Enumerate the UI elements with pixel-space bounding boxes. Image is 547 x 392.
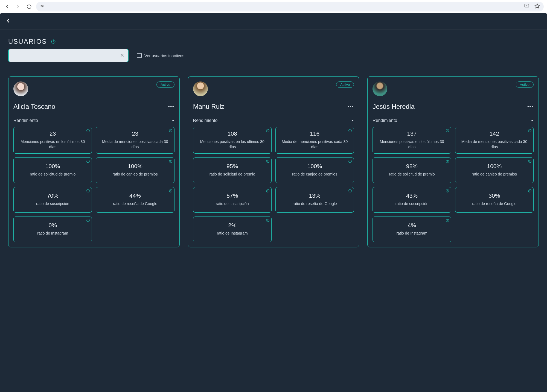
- metric-value: 100%: [16, 163, 89, 169]
- browser-forward-button[interactable]: [14, 3, 22, 10]
- show-inactive-label: Ver usuarios inactivos: [144, 53, 184, 58]
- metric-value: 95%: [196, 163, 269, 169]
- svg-point-23: [170, 160, 171, 161]
- metric-label: ratio de solicitud de premio: [376, 172, 448, 177]
- section-label: Rendimiento: [193, 118, 218, 123]
- metric-label: ratio de reseña de Google: [458, 201, 531, 206]
- svg-point-0: [41, 5, 42, 6]
- show-inactive-checkbox[interactable]: Ver usuarios inactivos: [137, 53, 184, 58]
- bookmark-star-icon[interactable]: [534, 3, 540, 10]
- user-name: Jesús Heredia: [373, 103, 414, 110]
- metric-avg_pos_mentions_30: 142 Media de menciones positivas cada 30…: [455, 127, 534, 154]
- user-name: Manu Ruiz: [193, 103, 225, 110]
- svg-point-74: [447, 220, 447, 220]
- user-name: Alicia Toscano: [13, 103, 55, 110]
- user-avatar[interactable]: [193, 81, 208, 96]
- metric-label: ratio de solicitud de premio: [16, 172, 89, 177]
- metric-prize_redeem_ratio: 100% ratio de canjeo de premios: [455, 157, 534, 183]
- metric-pos_mentions_30: 23 Menciones positivas en los últimos 30…: [13, 127, 92, 154]
- user-card: Activo Jesús Heredia ••• Rendimiento 137…: [367, 76, 539, 247]
- svg-point-20: [88, 160, 88, 161]
- browser-reload-button[interactable]: [25, 3, 33, 10]
- metric-value: 98%: [376, 163, 448, 169]
- checkbox-icon: [137, 53, 142, 58]
- metric-value: 116: [278, 130, 351, 137]
- svg-point-59: [529, 130, 530, 130]
- svg-point-11: [53, 40, 54, 41]
- section-dropdown[interactable]: Rendimiento: [13, 118, 174, 123]
- metric-prize_request_ratio: 98% ratio de solicitud de premio: [373, 157, 451, 183]
- metric-label: ratio de reseña de Google: [99, 201, 171, 206]
- user-card: Activo Alicia Toscano ••• Rendimiento 23…: [8, 76, 180, 247]
- metric-label: ratio de suscripción: [376, 201, 448, 206]
- metric-subscription_ratio: 70% ratio de suscripción: [13, 187, 92, 213]
- site-settings-icon[interactable]: [40, 4, 44, 9]
- metric-value: 23: [99, 130, 171, 137]
- user-avatar[interactable]: [373, 81, 387, 96]
- svg-point-35: [267, 130, 268, 130]
- svg-point-65: [529, 160, 530, 161]
- svg-point-44: [350, 160, 350, 161]
- clear-search-icon[interactable]: ✕: [120, 52, 124, 58]
- browser-back-button[interactable]: [3, 3, 11, 10]
- metric-value: 142: [458, 130, 531, 137]
- metric-google_review_ratio: 44% ratio de reseña de Google: [96, 187, 174, 213]
- metric-label: ratio de reseña de Google: [278, 201, 351, 206]
- metric-avg_pos_mentions_30: 116 Media de menciones positivas cada 30…: [275, 127, 354, 154]
- metric-value: 100%: [99, 163, 171, 169]
- svg-point-41: [267, 160, 268, 161]
- status-badge: Activo: [516, 81, 534, 88]
- section-dropdown[interactable]: Rendimiento: [373, 118, 534, 123]
- metric-label: Menciones positivas en los últimos 30 dí…: [16, 139, 89, 150]
- section-label: Rendimiento: [373, 118, 397, 123]
- svg-point-53: [267, 220, 268, 220]
- metric-pos_mentions_30: 108 Menciones positivas en los últimos 3…: [193, 127, 272, 154]
- info-icon[interactable]: [51, 39, 56, 44]
- app-viewport: USUARIOS ✕ Ver usuarios inactivos Activo…: [0, 13, 547, 392]
- metric-value: 30%: [458, 192, 531, 199]
- user-avatar[interactable]: [13, 81, 28, 96]
- metric-prize_redeem_ratio: 100% ratio de canjeo de premios: [275, 157, 354, 183]
- svg-point-14: [88, 130, 88, 130]
- metric-value: 108: [196, 130, 269, 137]
- metric-label: ratio de suscripción: [16, 201, 89, 206]
- metric-value: 137: [376, 130, 448, 137]
- browser-url-bar[interactable]: [36, 2, 544, 11]
- metric-value: 100%: [278, 163, 351, 169]
- svg-point-56: [447, 130, 447, 130]
- metric-instagram_ratio: 2% ratio de Instagram: [193, 217, 272, 242]
- svg-point-71: [529, 190, 530, 190]
- svg-point-38: [350, 130, 350, 130]
- metric-instagram_ratio: 4% ratio de Instagram: [373, 217, 451, 242]
- section-dropdown[interactable]: Rendimiento: [193, 118, 354, 123]
- metric-label: Menciones positivas en los últimos 30 dí…: [196, 139, 269, 150]
- app-back-button[interactable]: [5, 17, 11, 25]
- metric-value: 23: [16, 130, 89, 137]
- metric-value: 57%: [196, 192, 269, 199]
- status-badge: Activo: [336, 81, 354, 88]
- metric-value: 44%: [99, 192, 171, 199]
- install-app-icon[interactable]: [524, 3, 529, 10]
- page-title: USUARIOS: [8, 38, 47, 45]
- svg-point-3: [42, 6, 43, 7]
- metric-value: 43%: [376, 192, 448, 199]
- svg-point-62: [447, 160, 447, 161]
- svg-marker-8: [535, 4, 540, 8]
- browser-toolbar: [0, 0, 547, 13]
- metric-label: ratio de Instagram: [376, 231, 448, 236]
- svg-point-47: [267, 190, 268, 190]
- svg-point-68: [447, 190, 447, 190]
- metric-label: ratio de canjeo de premios: [99, 172, 171, 177]
- more-menu-button[interactable]: •••: [168, 104, 174, 109]
- section-label: Rendimiento: [13, 118, 38, 123]
- metric-label: Media de menciones positivas cada 30 día…: [99, 139, 171, 150]
- app-header: [0, 13, 547, 30]
- more-menu-button[interactable]: •••: [527, 104, 534, 109]
- more-menu-button[interactable]: •••: [348, 104, 354, 109]
- metric-avg_pos_mentions_30: 23 Media de menciones positivas cada 30 …: [96, 127, 174, 154]
- metric-value: 13%: [278, 192, 351, 199]
- user-search-input[interactable]: [13, 53, 120, 58]
- metric-label: Media de menciones positivas cada 30 día…: [458, 139, 531, 150]
- chevron-down-icon: [351, 120, 354, 121]
- metric-pos_mentions_30: 137 Menciones positivas en los últimos 3…: [373, 127, 451, 154]
